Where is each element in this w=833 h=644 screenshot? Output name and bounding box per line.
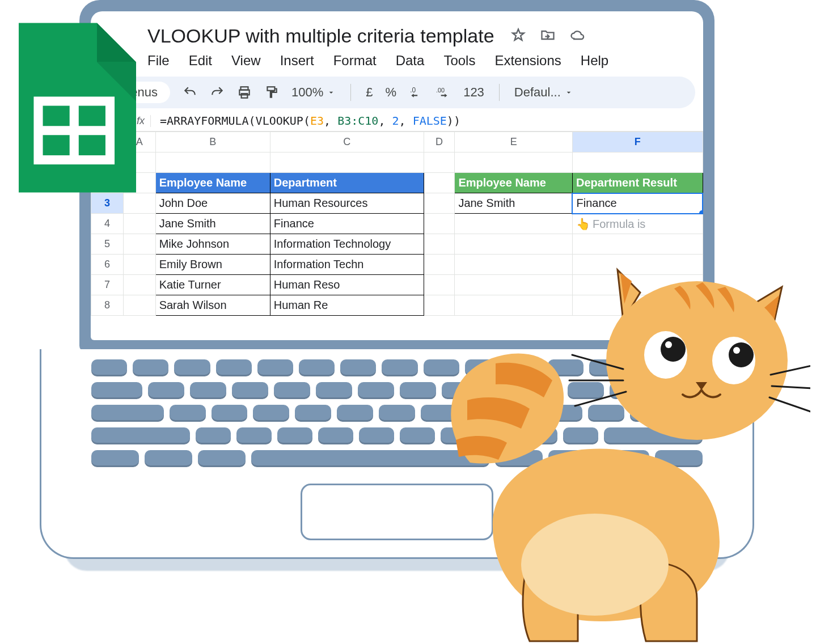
decrease-decimal-icon[interactable]: .0	[409, 85, 424, 100]
menu-data[interactable]: Data	[396, 53, 425, 69]
font-name: Defaul...	[514, 85, 561, 100]
col-header-c[interactable]: C	[270, 132, 424, 152]
toolbar: Menus 100% £ % .0 .00 123 Defaul...	[99, 77, 695, 108]
svg-point-15	[665, 341, 672, 348]
cell[interactable]: Human Resources	[270, 193, 424, 214]
svg-point-9	[521, 514, 669, 616]
formula-bar: fx =ARRAYFORMULA(VLOOKUP(E3, B3:C10, 2, …	[91, 108, 703, 132]
titlebar: VLOOKUP with multiple criteria template	[91, 11, 703, 47]
header-department-result[interactable]: Department Result	[572, 173, 703, 193]
formula-token: E3	[310, 114, 324, 128]
font-dropdown[interactable]: Defaul...	[514, 85, 573, 100]
row-header[interactable]: 3	[91, 193, 124, 214]
cell[interactable]: Human Re	[270, 295, 424, 316]
col-header-b[interactable]: B	[155, 132, 270, 152]
svg-rect-3	[267, 87, 274, 91]
formula-token: 2	[392, 114, 399, 128]
svg-point-13	[661, 337, 686, 362]
zoom-value: 100%	[291, 85, 323, 100]
print-icon[interactable]	[237, 85, 252, 100]
star-icon[interactable]	[510, 27, 526, 45]
col-header-e[interactable]: E	[455, 132, 573, 152]
header-department[interactable]: Department	[270, 173, 424, 193]
zoom-dropdown[interactable]: 100%	[291, 85, 336, 100]
cell-selected-result[interactable]: Finance	[572, 193, 703, 214]
undo-icon[interactable]	[183, 85, 197, 100]
formula-token: B3:C10	[337, 114, 378, 128]
document-title[interactable]: VLOOKUP with multiple criteria template	[147, 25, 494, 47]
row-header[interactable]: 4	[91, 214, 124, 234]
col-header-d[interactable]: D	[424, 132, 455, 152]
menu-tools[interactable]: Tools	[443, 53, 475, 69]
number-format-button[interactable]: 123	[463, 85, 484, 100]
formula-token: FALSE	[413, 114, 447, 128]
increase-decimal-icon[interactable]: .00	[436, 85, 451, 100]
row-header[interactable]: 5	[91, 234, 124, 255]
cell[interactable]: Jane Smith	[155, 214, 270, 234]
menu-insert[interactable]: Insert	[280, 53, 314, 69]
cell[interactable]: Information Technology	[270, 234, 424, 255]
cell[interactable]: Emily Brown	[155, 255, 270, 275]
column-header-row: A B C D E F	[91, 132, 703, 152]
svg-text:.0: .0	[410, 86, 416, 94]
svg-point-16	[733, 347, 740, 354]
move-folder-icon[interactable]	[540, 27, 556, 45]
formula-input[interactable]: =ARRAYFORMULA(VLOOKUP(E3, B3:C10, 2, FAL…	[160, 114, 460, 128]
menu-view[interactable]: View	[231, 53, 261, 69]
formula-token: VLOOKUP	[256, 114, 303, 128]
menu-extensions[interactable]: Extensions	[494, 53, 561, 69]
svg-point-10	[606, 281, 788, 440]
cat-illustration	[402, 224, 810, 644]
cell[interactable]: John Doe	[155, 193, 270, 214]
google-sheets-logo-icon	[6, 23, 136, 193]
svg-text:.00: .00	[436, 87, 445, 94]
cell[interactable]: Sarah Wilson	[155, 295, 270, 316]
toolbar-separator	[499, 84, 500, 101]
toolbar-separator	[350, 84, 351, 101]
percent-button[interactable]: %	[386, 85, 397, 100]
cell[interactable]: Katie Turner	[155, 275, 270, 295]
header-employee-name[interactable]: Employee Name	[155, 173, 270, 193]
menu-help[interactable]: Help	[581, 53, 608, 69]
menu-file[interactable]: File	[147, 53, 170, 69]
cell[interactable]: Finance	[270, 214, 424, 234]
menubar: File Edit View Insert Format Data Tools …	[91, 47, 703, 77]
redo-icon[interactable]	[210, 85, 225, 100]
cell-lookup-name[interactable]: Jane Smith	[455, 193, 573, 214]
cloud-status-icon[interactable]	[569, 27, 585, 45]
header-employee-name-lookup[interactable]: Employee Name	[455, 173, 573, 193]
row-header[interactable]: 6	[91, 255, 124, 275]
menu-format[interactable]: Format	[333, 53, 377, 69]
col-header-f[interactable]: F	[572, 132, 703, 152]
cell[interactable]: Information Techn	[270, 255, 424, 275]
formula-token: =ARRAYFORMULA	[160, 114, 249, 128]
menu-edit[interactable]: Edit	[189, 53, 212, 69]
svg-point-14	[729, 342, 754, 367]
cell[interactable]: Mike Johnson	[155, 234, 270, 255]
cell[interactable]: Human Reso	[270, 275, 424, 295]
row-header[interactable]: 7	[91, 275, 124, 295]
row-header[interactable]: 8	[91, 295, 124, 316]
paint-format-icon[interactable]	[264, 85, 279, 100]
currency-button[interactable]: £	[366, 85, 373, 100]
